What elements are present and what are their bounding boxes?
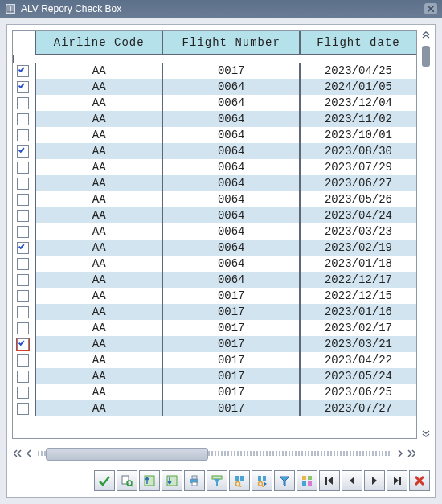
row-checkbox-cell[interactable] [14, 368, 35, 384]
table-row[interactable]: AA00172023/04/22 [14, 352, 416, 368]
row-checkbox-cell[interactable] [14, 256, 35, 272]
table-row[interactable]: AA00172023/02/17 [14, 320, 416, 336]
row-checkbox-cell[interactable] [14, 111, 35, 127]
cancel-icon[interactable] [409, 470, 430, 491]
table-row[interactable]: AA00642023/06/27 [14, 175, 416, 191]
row-checkbox-cell[interactable] [14, 304, 35, 320]
table-row[interactable]: AA00172023/01/16 [14, 304, 416, 320]
row-checkbox[interactable] [17, 226, 29, 238]
scroll-first-icon[interactable] [12, 448, 23, 459]
sort-desc-icon[interactable] [162, 470, 182, 491]
row-checkbox-cell[interactable] [14, 384, 35, 400]
table-row[interactable]: AA00642023/12/04 [14, 95, 416, 111]
column-airline[interactable]: Airline Code [35, 31, 162, 55]
filter-set-icon[interactable] [207, 470, 227, 491]
row-checkbox-cell[interactable] [14, 127, 35, 143]
row-checkbox[interactable] [17, 242, 29, 254]
row-date: 2023/10/01 [300, 127, 416, 143]
row-checkbox[interactable] [17, 290, 29, 302]
sort-asc-icon[interactable] [139, 470, 160, 491]
table-row[interactable]: AA00172023/07/27 [14, 400, 416, 416]
row-checkbox-cell[interactable] [14, 191, 35, 207]
row-checkbox-cell[interactable] [14, 223, 35, 240]
accept-icon[interactable] [94, 470, 115, 491]
row-checkbox-cell[interactable] [14, 63, 35, 79]
column-date[interactable]: Flight date [300, 31, 416, 55]
row-checkbox-cell[interactable] [14, 400, 35, 416]
row-checkbox-cell[interactable] [14, 272, 35, 288]
find-icon[interactable] [229, 470, 250, 491]
row-checkbox[interactable] [17, 65, 29, 77]
row-checkbox[interactable] [17, 97, 29, 109]
table-row[interactable]: AA00642023/02/19 [14, 240, 416, 256]
row-checkbox[interactable] [17, 354, 29, 367]
table-row[interactable]: AA00642023/01/18 [14, 256, 416, 272]
row-checkbox[interactable] [17, 129, 29, 141]
scrollbar-thumb[interactable] [422, 46, 430, 67]
table-row[interactable]: AA00642023/11/02 [14, 111, 416, 127]
scroll-right-icon[interactable] [395, 448, 406, 459]
vertical-scrollbar[interactable] [420, 30, 432, 439]
row-checkbox-cell[interactable] [14, 288, 35, 304]
table-row[interactable]: AA00642023/03/23 [14, 223, 416, 240]
table-row[interactable]: AA00172023/03/21 [14, 336, 416, 352]
row-checkbox-cell[interactable] [14, 159, 35, 175]
row-checkbox[interactable] [17, 178, 29, 190]
row-checkbox-cell[interactable] [14, 320, 35, 336]
row-checkbox[interactable] [17, 306, 29, 318]
row-checkbox[interactable] [17, 387, 29, 399]
last-page-icon[interactable] [387, 470, 407, 491]
scroll-up-icon[interactable] [420, 30, 432, 41]
row-checkbox[interactable] [17, 274, 29, 286]
table-row[interactable]: AA00642024/01/05 [14, 79, 416, 95]
row-checkbox[interactable] [17, 194, 29, 206]
close-button[interactable] [424, 3, 437, 14]
row-date: 2023/05/26 [300, 191, 416, 207]
row-checkbox[interactable] [17, 322, 29, 334]
row-checkbox-cell[interactable] [14, 79, 35, 95]
prev-page-icon[interactable] [342, 470, 362, 491]
row-checkbox[interactable] [17, 338, 29, 350]
row-checkbox-cell[interactable] [14, 207, 35, 223]
scrollbar-track[interactable] [424, 69, 428, 425]
next-page-icon[interactable] [364, 470, 385, 491]
table-row[interactable]: AA00642022/12/17 [14, 272, 416, 288]
scrollbar-track[interactable] [38, 451, 391, 456]
row-checkbox[interactable] [17, 162, 29, 174]
first-page-icon[interactable] [319, 470, 340, 491]
details-icon[interactable] [117, 470, 137, 491]
row-checkbox-cell[interactable] [14, 143, 35, 159]
row-checkbox[interactable] [17, 81, 29, 93]
table-row[interactable]: AA00642023/10/01 [14, 127, 416, 143]
row-checkbox-cell[interactable] [14, 95, 35, 111]
column-checkbox [14, 31, 35, 55]
scrollbar-thumb[interactable] [46, 448, 208, 461]
row-checkbox[interactable] [17, 113, 29, 125]
scroll-left-icon[interactable] [23, 448, 35, 459]
row-checkbox[interactable] [17, 145, 29, 158]
row-checkbox-cell[interactable] [14, 336, 35, 352]
horizontal-scrollbar[interactable] [12, 445, 417, 461]
filter-icon[interactable] [274, 470, 295, 491]
row-checkbox-cell[interactable] [14, 175, 35, 191]
row-checkbox[interactable] [17, 258, 29, 270]
table-row[interactable]: AA00172023/06/25 [14, 384, 416, 400]
table-row[interactable]: AA00642023/08/30 [14, 143, 416, 159]
scroll-last-icon[interactable] [406, 448, 417, 459]
table-row[interactable]: AA00642023/07/29 [14, 159, 416, 175]
table-row[interactable]: AA00172023/04/25 [14, 63, 416, 79]
find-next-icon[interactable] [252, 470, 272, 491]
table-row[interactable]: AA00172023/05/24 [14, 368, 416, 384]
table-row[interactable]: AA00642023/04/24 [14, 207, 416, 223]
print-icon[interactable] [184, 470, 205, 491]
row-checkbox[interactable] [17, 403, 29, 415]
row-checkbox[interactable] [17, 371, 29, 383]
row-checkbox-cell[interactable] [14, 240, 35, 256]
table-row[interactable]: AA00642023/05/26 [14, 191, 416, 207]
row-checkbox-cell[interactable] [14, 352, 35, 368]
column-flight[interactable]: Flight Number [162, 31, 300, 55]
scroll-down-icon[interactable] [420, 428, 432, 439]
layout-icon[interactable] [297, 470, 317, 491]
row-checkbox[interactable] [17, 210, 29, 222]
table-row[interactable]: AA00172022/12/15 [14, 288, 416, 304]
